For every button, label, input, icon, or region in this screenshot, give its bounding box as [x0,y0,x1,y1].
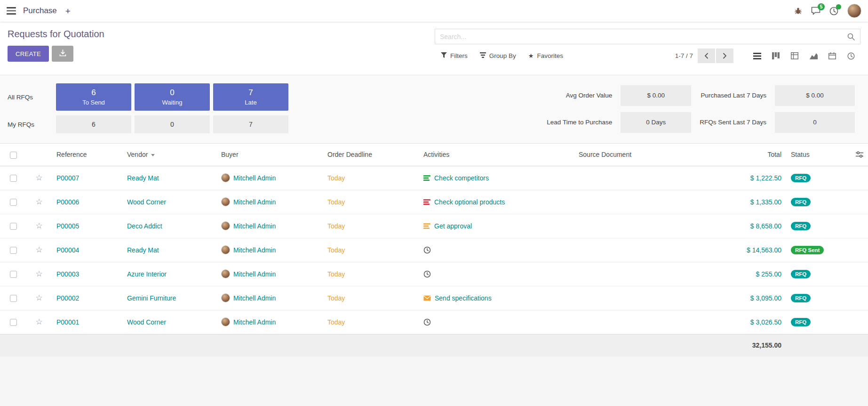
row-checkbox[interactable] [10,271,17,278]
activity-icon[interactable] [423,270,431,278]
activity-icon[interactable] [423,223,430,229]
view-switch-list-icon[interactable] [748,49,766,63]
col-header-vendor[interactable]: Vendor [122,144,216,166]
plus-icon[interactable]: + [65,7,71,16]
favorite-star-icon[interactable]: ☆ [35,293,42,302]
table-row[interactable]: ☆ P00004 Ready Mat Mitchell Admin Today … [0,238,868,262]
activity-label[interactable]: Send specifications [435,294,492,302]
activity-label[interactable]: Get approval [434,222,472,230]
activity-icon[interactable] [423,199,430,205]
reference-link[interactable]: P00005 [56,222,79,230]
buyer-name[interactable]: Mitchell Admin [233,270,276,278]
table-row[interactable]: ☆ P00002 Gemini Furniture Mitchell Admin… [0,286,868,310]
menu-hamburger-icon[interactable] [7,7,16,15]
vendor-link[interactable]: Deco Addict [127,222,162,230]
activities-icon[interactable] [829,7,838,16]
reference-link[interactable]: P00001 [56,318,79,326]
table-row[interactable]: ☆ P00001 Wood Corner Mitchell Admin Toda… [0,310,868,334]
view-switch-pivot-icon[interactable] [785,49,804,63]
export-button[interactable] [52,46,73,62]
col-header-order-deadline[interactable]: Order Deadline [323,144,419,166]
activity-icon[interactable] [423,246,431,254]
favorite-star-icon[interactable]: ☆ [35,173,42,182]
pager-next-button[interactable] [716,49,733,63]
buyer-name[interactable]: Mitchell Admin [233,318,276,326]
vendor-link[interactable]: Wood Corner [127,198,166,206]
card-late[interactable]: 7 Late [213,83,288,111]
row-checkbox[interactable] [10,175,17,182]
row-checkbox[interactable] [10,247,17,254]
activity-label[interactable]: Check optional products [434,198,505,206]
favorite-star-icon[interactable]: ☆ [35,221,42,230]
table-row[interactable]: ☆ P00006 Wood Corner Mitchell Admin Toda… [0,190,868,214]
favorite-star-icon[interactable]: ☆ [35,197,42,206]
vendor-link[interactable]: Wood Corner [127,318,166,326]
activity-cell[interactable] [423,318,569,326]
my-late-value[interactable]: 7 [213,115,288,133]
activity-cell[interactable]: Get approval [423,222,569,230]
create-button[interactable]: CREATE [8,46,49,62]
favorite-star-icon[interactable]: ☆ [35,317,42,326]
col-header-status[interactable]: Status [786,144,841,166]
reference-link[interactable]: P00002 [56,294,79,302]
buyer-name[interactable]: Mitchell Admin [233,246,276,254]
my-waiting-value[interactable]: 0 [135,115,210,133]
activity-cell[interactable]: Check competitors [423,174,569,182]
col-header-buyer[interactable]: Buyer [216,144,323,166]
view-switch-calendar-icon[interactable] [823,49,842,63]
filters-button[interactable]: Filters [435,49,474,62]
view-switch-kanban-icon[interactable] [766,49,785,63]
user-avatar[interactable] [847,4,861,18]
messages-icon[interactable]: 5 [811,7,820,15]
select-all-checkbox[interactable] [10,152,17,159]
reference-link[interactable]: P00006 [56,198,79,206]
card-waiting[interactable]: 0 Waiting [135,83,210,111]
activity-icon[interactable] [423,318,431,326]
activity-cell[interactable]: Send specifications [423,294,569,302]
app-name[interactable]: Purchase [23,6,57,16]
vendor-link[interactable]: Azure Interior [127,270,167,278]
buyer-name[interactable]: Mitchell Admin [233,198,276,206]
view-switcher [748,49,860,63]
optional-columns-icon[interactable] [845,151,863,158]
my-rfqs-label: My RFQs [8,121,53,128]
col-header-total[interactable]: Total [681,144,786,166]
buyer-name[interactable]: Mitchell Admin [233,294,276,302]
activity-cell[interactable]: Check optional products [423,198,569,206]
table-row[interactable]: ☆ P00005 Deco Addict Mitchell Admin Toda… [0,214,868,238]
table-row[interactable]: ☆ P00003 Azure Interior Mitchell Admin T… [0,262,868,286]
vendor-link[interactable]: Ready Mat [127,174,159,182]
activity-icon[interactable] [423,295,431,301]
reference-link[interactable]: P00004 [56,246,79,254]
search-icon[interactable] [842,33,860,41]
row-checkbox[interactable] [10,223,17,230]
activity-label[interactable]: Check competitors [434,174,489,182]
row-checkbox[interactable] [10,295,17,302]
reference-link[interactable]: P00003 [56,270,79,278]
favorite-star-icon[interactable]: ☆ [35,245,42,254]
activity-icon[interactable] [423,175,430,181]
vendor-link[interactable]: Ready Mat [127,246,159,254]
col-header-activities[interactable]: Activities [419,144,574,166]
col-header-source-document[interactable]: Source Document [574,144,681,166]
my-to-send-value[interactable]: 6 [56,115,131,133]
view-switch-activity-icon[interactable] [842,49,860,63]
pager-previous-button[interactable] [698,49,715,63]
group-by-button[interactable]: Group By [474,49,522,62]
debug-bug-icon[interactable] [794,7,802,15]
view-switch-graph-icon[interactable] [804,49,823,63]
activity-cell[interactable] [423,246,569,254]
row-checkbox[interactable] [10,199,17,206]
favorites-button[interactable]: ★ Favorites [522,49,569,62]
row-checkbox[interactable] [10,319,17,326]
buyer-name[interactable]: Mitchell Admin [233,174,276,182]
search-input[interactable] [435,33,842,41]
vendor-link[interactable]: Gemini Furniture [127,294,176,302]
activity-cell[interactable] [423,270,569,278]
col-header-reference[interactable]: Reference [52,144,122,166]
card-to-send[interactable]: 6 To Send [56,83,131,111]
reference-link[interactable]: P00007 [56,174,79,182]
buyer-name[interactable]: Mitchell Admin [233,222,276,230]
table-row[interactable]: ☆ P00007 Ready Mat Mitchell Admin Today … [0,166,868,190]
favorite-star-icon[interactable]: ☆ [35,269,42,278]
